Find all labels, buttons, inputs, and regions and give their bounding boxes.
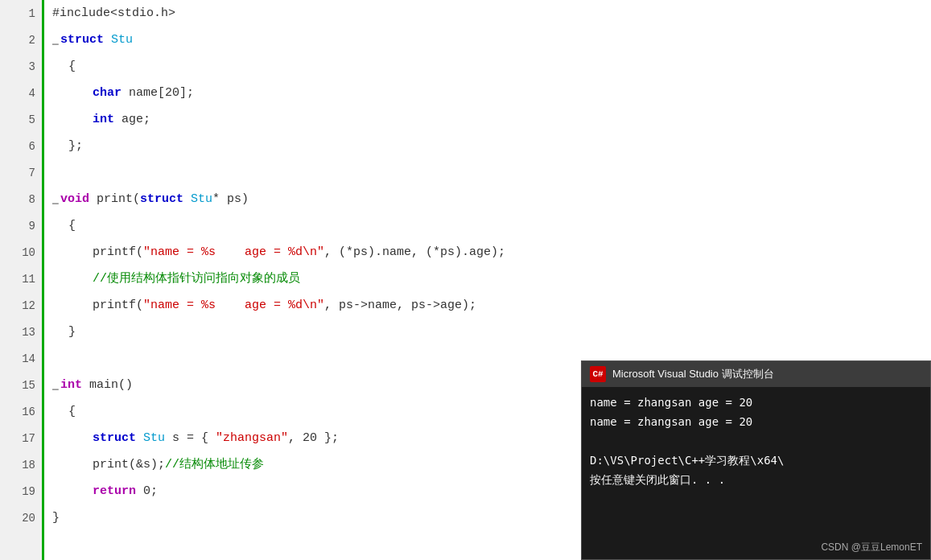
code-text: int — [93, 106, 114, 133]
code-line-6: }; — [52, 133, 931, 159]
line-num-10: 10 — [0, 239, 42, 266]
console-body: name = zhangsan age = 20 name = zhangsan… — [582, 387, 930, 537]
code-text: printf( — [93, 292, 143, 319]
code-line-3: { — [52, 53, 931, 80]
code-line-11: //使用结构体指针访问指向对象的成员 — [52, 266, 931, 292]
code-line-9: { — [52, 212, 931, 239]
line-num-9: 9 — [0, 212, 42, 239]
collapse-icon[interactable]: ⎯ — [52, 27, 59, 53]
console-output-1: name = zhangsan age = 20 — [590, 393, 922, 411]
code-text: //结构体地址传参 — [165, 451, 264, 478]
console-title: Microsoft Visual Studio 调试控制台 — [612, 367, 774, 381]
console-output-5: 按任意键关闭此窗口. . . — [590, 471, 922, 488]
code-text: Stu — [191, 186, 212, 212]
line-num-12: 12 — [0, 292, 42, 319]
code-text: { — [68, 398, 76, 425]
line-num-3: 3 — [0, 53, 42, 80]
code-text: int — [60, 372, 82, 398]
console-footer: CSDN @豆豆LemonET — [582, 537, 930, 559]
line-num-13: 13 — [0, 319, 42, 345]
code-text: 0; — [136, 478, 158, 504]
code-text: struct — [140, 186, 183, 212]
console-titlebar: C# Microsoft Visual Studio 调试控制台 — [582, 361, 930, 387]
code-text: "name = %s age = %d\n" — [143, 292, 324, 319]
console-output-2: name = zhangsan age = 20 — [590, 413, 922, 430]
code-text — [52, 159, 60, 186]
console-output-3 — [590, 432, 922, 450]
code-line-7 — [52, 159, 931, 186]
line-num-5: 5 — [0, 106, 42, 133]
code-text: char — [93, 80, 122, 106]
line-num-11: 11 — [0, 266, 42, 292]
code-line-12: printf( "name = %s age = %d\n" , ps->nam… — [52, 292, 931, 319]
code-text: print(&s); — [93, 451, 165, 478]
code-text: struct — [93, 425, 136, 451]
code-text: s = { — [165, 425, 216, 451]
console-icon-label: C# — [592, 369, 603, 379]
code-text: , (*ps).name, (*ps).age); — [324, 239, 505, 266]
collapse-icon3[interactable]: ⎯ — [52, 372, 59, 398]
code-line-1: #include<stdio.h> — [52, 0, 931, 27]
code-text: , 20 }; — [288, 425, 339, 451]
code-text: * ps) — [212, 186, 249, 212]
line-num-14: 14 — [0, 345, 42, 372]
line-num-4: 4 — [0, 80, 42, 106]
line-num-1: 1 — [0, 0, 42, 27]
console-panel: C# Microsoft Visual Studio 调试控制台 name = … — [581, 360, 931, 560]
code-line-10: printf( "name = %s age = %d\n" , (*ps).n… — [52, 239, 931, 266]
code-text: #include<stdio.h> — [52, 0, 175, 27]
code-text: } — [52, 504, 60, 531]
code-text: print( — [89, 186, 140, 212]
line-num-19: 19 — [0, 478, 42, 504]
console-footer-text: CSDN @豆豆LemonET — [821, 541, 922, 554]
code-text: } — [68, 319, 76, 345]
code-line-8: ⎯ void print( struct Stu * ps) — [52, 186, 931, 212]
code-text: void — [60, 186, 89, 212]
code-text: Stu — [111, 27, 133, 53]
console-icon: C# — [590, 366, 606, 382]
code-text: name[20]; — [122, 80, 194, 106]
line-num-18: 18 — [0, 451, 42, 478]
code-text: return — [93, 478, 136, 504]
code-text: "zhangsan" — [216, 425, 288, 451]
code-text: { — [68, 212, 76, 239]
line-num-7: 7 — [0, 159, 42, 186]
code-text: "name = %s age = %d\n" — [143, 239, 324, 266]
code-text: struct — [60, 27, 104, 53]
code-text — [52, 345, 60, 372]
collapse-icon2[interactable]: ⎯ — [52, 186, 59, 212]
code-text: printf( — [93, 239, 143, 266]
code-text: age; — [114, 106, 150, 133]
line-num-16: 16 — [0, 398, 42, 425]
code-text — [183, 186, 191, 212]
code-text — [104, 27, 111, 53]
code-line-4: char name[20]; — [52, 80, 931, 106]
code-line-13: } — [52, 319, 931, 345]
console-output-4: D:\VS\Project\C++学习教程\x64\ — [590, 451, 922, 469]
code-text: //使用结构体指针访问指向对象的成员 — [93, 266, 300, 292]
code-text: }; — [68, 133, 83, 159]
code-line-2: ⎯ struct Stu — [52, 27, 931, 53]
code-line-5: int age; — [52, 106, 931, 133]
line-num-20: 20 — [0, 504, 42, 531]
code-text: main() — [82, 372, 133, 398]
code-text: , ps->name, ps->age); — [324, 292, 476, 319]
code-text — [136, 425, 143, 451]
line-num-8: 8 — [0, 186, 42, 212]
code-text: Stu — [143, 425, 165, 451]
line-num-2: 2 — [0, 27, 42, 53]
line-num-15: 15 — [0, 372, 42, 398]
editor-container: 1 2 3 4 5 6 7 8 9 10 11 12 13 14 15 16 1… — [0, 0, 931, 560]
code-text: { — [68, 53, 76, 80]
line-num-6: 6 — [0, 133, 42, 159]
line-numbers: 1 2 3 4 5 6 7 8 9 10 11 12 13 14 15 16 1… — [0, 0, 44, 560]
line-num-17: 17 — [0, 425, 42, 451]
